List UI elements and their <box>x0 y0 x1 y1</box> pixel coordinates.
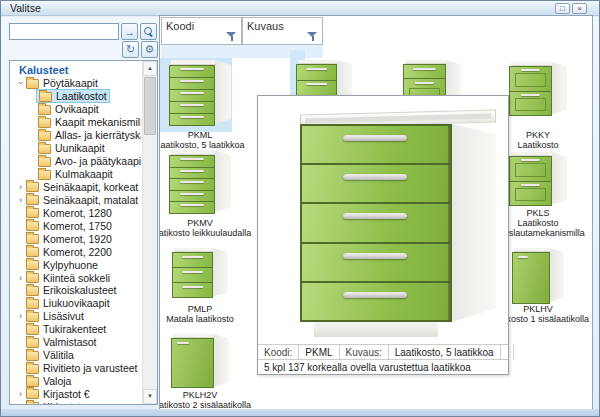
chevron-right-icon[interactable]: › <box>15 401 26 404</box>
dialog-content: → ↻ ⚙ Kalusteet ›Pöytäkaapit Laatikostot… <box>1 17 599 416</box>
folder-icon <box>38 131 51 141</box>
tree-item[interactable]: Uunikaapit <box>11 142 141 155</box>
tree-item[interactable]: ›Kiinteä sokkeli <box>11 271 141 284</box>
desc-value: Laatikosto, 5 laatikkoa <box>389 345 501 359</box>
chevron-down-icon[interactable]: › <box>15 78 27 89</box>
catalog-item-pklh2v[interactable]: PKLH2VLaatikosto 2 sisälaatikolla <box>159 334 250 410</box>
folder-icon <box>38 157 51 167</box>
tree-item[interactable]: Välitila <box>11 349 141 362</box>
item-code: PKLH2V <box>159 390 262 400</box>
catalog-item-pmlp[interactable]: PMLPMatala laatikosto <box>159 248 250 324</box>
refresh-icon: ↻ <box>126 44 135 55</box>
folder-icon <box>38 118 51 128</box>
folder-icon <box>26 195 39 205</box>
folder-icon <box>26 364 39 374</box>
folder-icon <box>26 389 39 399</box>
cabinet-plinth <box>314 322 439 337</box>
search-button[interactable] <box>140 23 157 40</box>
restore-button[interactable]: □ <box>555 3 570 14</box>
settings-button[interactable]: ⚙ <box>141 41 158 58</box>
folder-icon <box>26 79 39 89</box>
chevron-right-icon[interactable]: › <box>15 181 26 193</box>
scroll-thumb[interactable] <box>144 77 156 135</box>
drawer <box>302 283 450 320</box>
gear-icon: ⚙ <box>145 44 155 55</box>
catalog-item-pkmv[interactable]: PKMVLaatikosto leikkuulaudalla <box>159 150 250 238</box>
drawer <box>302 126 450 163</box>
folder-icon <box>26 182 39 192</box>
go-arrow-icon: → <box>124 26 135 38</box>
tree-item[interactable]: ›Seinäkaapit, korkeat <box>11 181 141 194</box>
tree-item[interactable]: Erikoiskalusteet <box>11 284 141 297</box>
arrow-down-icon: ▼ <box>147 393 153 399</box>
preview-cabinet-image <box>258 96 510 344</box>
tree-item[interactable]: Valmistasot <box>11 336 141 349</box>
tree-item[interactable]: Valoja <box>11 375 141 388</box>
filter-icon <box>307 31 318 41</box>
cabinet-side-panel <box>452 124 496 322</box>
tree-item[interactable]: ›Kirjastot <box>11 400 141 404</box>
filter-icon <box>226 31 237 41</box>
item-desc: Laatikosto, 5 laatikkoa <box>159 140 262 150</box>
code-value: PKML <box>299 345 339 359</box>
category-tree: Kalusteet ›Pöytäkaapit Laatikostot Ovika… <box>9 60 158 405</box>
scroll-down-button[interactable]: ▼ <box>143 389 157 404</box>
cabinet-thumbnail <box>509 62 567 116</box>
item-code: PMLP <box>159 304 262 314</box>
chevron-right-icon[interactable]: › <box>15 272 26 284</box>
tree-item[interactable]: Rivitieto ja varusteet <box>11 362 141 375</box>
folder-icon <box>26 338 39 348</box>
folder-icon <box>38 144 51 154</box>
filter-button[interactable] <box>225 30 238 42</box>
tree-scrollbar[interactable]: ▲ ▼ <box>142 61 157 404</box>
tree-item[interactable]: Kylpyhuone <box>11 258 141 271</box>
drawer <box>302 244 450 281</box>
cabinet-thumbnail <box>169 60 231 126</box>
tree-item-selected[interactable]: Laatikostot <box>11 90 141 103</box>
cabinet-front <box>300 124 452 322</box>
tree-item[interactable]: Liukuovikaapit <box>11 297 141 310</box>
tree-item[interactable]: ›Seinäkaapit, matalat <box>11 193 141 206</box>
folder-icon <box>26 351 39 361</box>
tree-item[interactable]: Komerot, 1280 <box>11 206 141 219</box>
filter-button[interactable] <box>306 30 319 42</box>
folder-icon <box>26 247 39 257</box>
item-desc: Matala laatikosto <box>159 314 262 324</box>
tree-item[interactable]: Tukirakenteet <box>11 323 141 336</box>
tree-item[interactable]: Komerot, 1920 <box>11 232 141 245</box>
tree-selection: Laatikostot <box>36 89 110 103</box>
tree-item[interactable]: Kulmakaapit <box>11 168 141 181</box>
item-desc: Laatikosto leikkuulaudalla <box>159 228 262 238</box>
tree-item[interactable]: Avo- ja päätykaapit <box>11 155 141 168</box>
drawer <box>302 165 450 202</box>
preview-popup: Koodi: PKML Kuvaus: Laatikosto, 5 laatik… <box>257 95 509 375</box>
tree-item[interactable]: ›Pöytäkaapit <box>11 77 141 90</box>
column-header-kuvaus[interactable]: Kuvaus <box>242 17 323 45</box>
cabinet-thumbnail <box>171 334 229 388</box>
tree-item[interactable]: Komerot, 1750 <box>11 219 141 232</box>
tree-item[interactable]: ›Lisäsivut <box>11 310 141 323</box>
chevron-right-icon[interactable]: › <box>15 310 26 322</box>
go-button[interactable]: → <box>121 23 138 40</box>
tree-item[interactable]: ›Kirjastot € <box>11 388 141 401</box>
column-header-koodi[interactable]: Koodi <box>161 17 242 45</box>
scroll-up-button[interactable]: ▲ <box>143 61 157 76</box>
folder-icon <box>26 234 39 244</box>
close-button[interactable]: × <box>572 3 587 14</box>
preview-info-table: Koodi: PKML Kuvaus: Laatikosto, 5 laatik… <box>258 344 508 374</box>
cabinet-thumbnail <box>509 152 567 206</box>
dialog-window: Valitse □ × → ↻ ⚙ Kalusteet ›Pöytäkaapit… <box>0 0 600 417</box>
chevron-right-icon[interactable]: › <box>15 388 26 400</box>
folder-icon <box>26 402 39 404</box>
tree-item[interactable]: Kaapit mekanismilla <box>11 116 141 129</box>
folder-icon <box>26 377 39 387</box>
search-input[interactable] <box>9 23 119 40</box>
tree-item[interactable]: Allas- ja kierrätyskaapit <box>11 129 141 142</box>
folder-icon <box>26 299 39 309</box>
tree-item[interactable]: Komerot, 2200 <box>11 245 141 258</box>
tree-item-kalusteet[interactable]: Kalusteet <box>11 63 141 77</box>
tree-item[interactable]: Ovikaapit <box>11 103 141 116</box>
refresh-button[interactable]: ↻ <box>122 41 139 58</box>
chevron-right-icon[interactable]: › <box>15 194 26 206</box>
catalog-item-pkml[interactable]: PKMLLaatikosto, 5 laatikkoa <box>159 60 250 150</box>
